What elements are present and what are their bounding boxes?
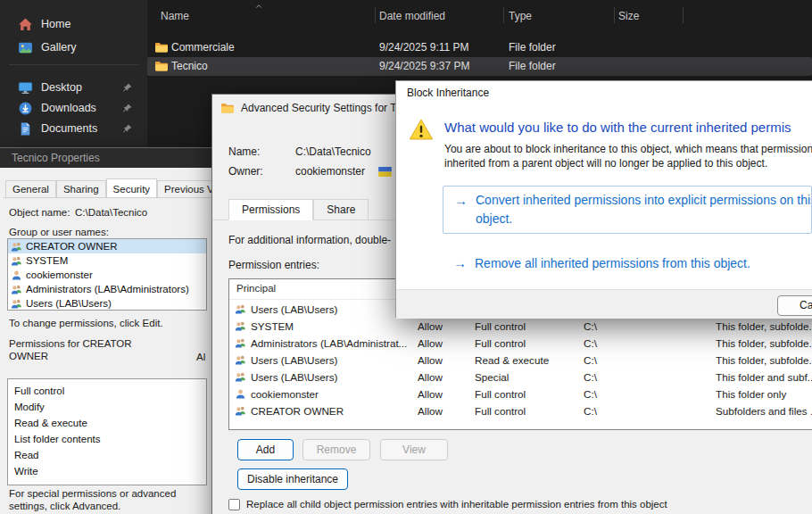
sidebar-item-label: Gallery (41, 41, 77, 54)
table-row[interactable]: CREATOR OWNER Allow Full control C:\ Sub… (229, 402, 812, 419)
name-value: C:\Data\Tecnico (295, 145, 371, 158)
downloads-icon (18, 101, 33, 116)
cell-access: Read & execute (475, 352, 549, 369)
cell-applies-to: Subfolders and files ... (716, 402, 812, 419)
object-name-value: C:\Data\Tecnico (75, 207, 147, 218)
list-item-administrators[interactable]: Administrators (LAB\Administrators) (8, 282, 206, 296)
disable-inheritance-button[interactable]: Disable inheritance (237, 468, 348, 490)
add-button[interactable]: Add (237, 439, 294, 460)
column-divider[interactable] (503, 7, 504, 23)
file-row-commerciale[interactable]: Commerciale 9/24/2025 9:11 PM File folde… (147, 38, 812, 57)
list-item-label: SYSTEM (26, 255, 68, 266)
column-divider[interactable] (375, 7, 376, 23)
column-divider[interactable] (683, 7, 684, 23)
convert-permissions-command-link[interactable]: → Convert inherited permissions into exp… (443, 186, 812, 234)
file-type: File folder (509, 38, 556, 57)
group-icon (235, 320, 246, 332)
cell-type: Allow (418, 318, 443, 335)
file-name: Commerciale (171, 38, 235, 57)
permission-item[interactable]: Modify (8, 399, 206, 415)
permission-item[interactable]: Full control (8, 383, 206, 399)
cell-type: Allow (418, 402, 443, 419)
permission-item[interactable]: List folder contents (8, 431, 206, 447)
cancel-button[interactable]: Ca (777, 295, 812, 316)
group-icon (235, 354, 246, 366)
folder-icon (220, 101, 235, 115)
replace-permissions-label: Replace all child object permission entr… (246, 499, 667, 510)
permissions-list: Full control Modify Read & execute List … (7, 378, 207, 485)
table-row[interactable]: Administrators (LAB\Administrat... Allow… (229, 335, 812, 352)
column-divider[interactable] (614, 7, 615, 23)
column-header-name[interactable]: Name (161, 10, 189, 22)
permission-item[interactable]: Write (8, 463, 206, 479)
advanced-hint: For special permissions or advanced sett… (9, 487, 207, 512)
permission-item[interactable]: Read & execute (8, 415, 206, 431)
sidebar-item-desktop[interactable]: Desktop (5, 77, 144, 98)
cell-access: Full control (475, 335, 526, 352)
tab-share[interactable]: Share (313, 199, 369, 220)
group-icon (235, 303, 246, 315)
table-row[interactable]: cookiemonster Allow Full control C:\ Thi… (229, 386, 812, 402)
table-row[interactable]: Users (LAB\Users) Allow Read & execute C… (229, 352, 812, 369)
list-item-users[interactable]: Users (LAB\Users) (8, 296, 206, 311)
tab-panel-divider (4, 197, 211, 198)
file-name: Tecnico (171, 57, 208, 76)
list-item-cookiemonster[interactable]: cookiemonster (8, 268, 206, 282)
view-button[interactable]: View (380, 439, 448, 460)
cell-inherited-from: C:\ (584, 402, 597, 419)
sidebar-item-gallery[interactable]: Gallery (5, 37, 144, 58)
table-row[interactable]: SYSTEM Allow Full control C:\ This folde… (229, 318, 812, 335)
file-row-tecnico[interactable]: Tecnico 9/24/2025 9:37 PM File folder (147, 57, 812, 76)
cell-type: Allow (418, 352, 443, 369)
replace-permissions-checkbox[interactable] (228, 499, 240, 510)
cell-access: Full control (475, 402, 526, 419)
list-item-system[interactable]: SYSTEM (8, 253, 206, 268)
cell-applies-to: This folder and subf... (716, 369, 812, 386)
remove-button[interactable]: Remove (302, 439, 370, 460)
tab-sharing[interactable]: Sharing (56, 180, 106, 197)
cell-principal: CREATOR OWNER (251, 402, 344, 419)
pin-icon (122, 82, 133, 93)
column-header-size[interactable]: Size (618, 10, 639, 22)
user-icon (11, 269, 22, 281)
table-row[interactable]: Users (LAB\Users) Allow Special C:\ This… (229, 369, 812, 386)
cell-principal: Users (LAB\Users) (251, 369, 337, 386)
column-header-date-modified[interactable]: Date modified (379, 10, 445, 22)
tab-previous-versions[interactable]: Previous Version (157, 180, 214, 197)
group-icon (235, 337, 246, 349)
sidebar-item-downloads[interactable]: Downloads (5, 97, 144, 119)
dialog-title: Advanced Security Settings for Te (241, 102, 402, 114)
tab-general[interactable]: General (5, 180, 56, 197)
cell-inherited-from: C:\ (584, 386, 597, 402)
table-header-principal[interactable]: Principal (236, 283, 276, 294)
list-item-creator-owner[interactable]: CREATOR OWNER (8, 239, 206, 253)
cell-access: Special (475, 369, 509, 386)
command-link-label: Convert inherited permissions into expli… (476, 191, 812, 228)
sidebar-item-label: Home (41, 18, 70, 30)
tab-permissions[interactable]: Permissions (228, 199, 313, 220)
sidebar-item-home[interactable]: Home (5, 13, 144, 35)
cell-principal: SYSTEM (251, 318, 294, 335)
screen: Home Gallery Desktop Downloads Documents… (0, 0, 812, 514)
column-header-type[interactable]: Type (509, 10, 532, 22)
cell-inherited-from: C:\ (584, 352, 597, 369)
list-item-label: cookiemonster (26, 269, 93, 280)
list-item-label: Administrators (LAB\Administrators) (26, 284, 189, 294)
allow-column-header: Al (196, 352, 205, 362)
block-inheritance-dialog: Block Inheritance What would you like to… (395, 80, 812, 318)
permission-item[interactable]: Read (8, 447, 206, 463)
tab-security[interactable]: Security (106, 178, 158, 197)
group-icon (235, 371, 246, 383)
gallery-icon (18, 40, 33, 55)
group-icon (11, 284, 22, 295)
cell-type: Allow (418, 386, 443, 402)
list-item-label: Users (LAB\Users) (26, 298, 112, 309)
sidebar-item-documents[interactable]: Documents (5, 118, 144, 139)
permission-entries-label: Permission entries: (228, 259, 319, 271)
desktop-icon (18, 80, 33, 95)
group-icon (235, 405, 246, 417)
cell-access: Full control (475, 318, 526, 335)
object-name-label: Object name: (9, 207, 70, 218)
cell-inherited-from: C:\ (584, 318, 597, 335)
advanced-tab-strip: Permissions Share (228, 199, 369, 220)
